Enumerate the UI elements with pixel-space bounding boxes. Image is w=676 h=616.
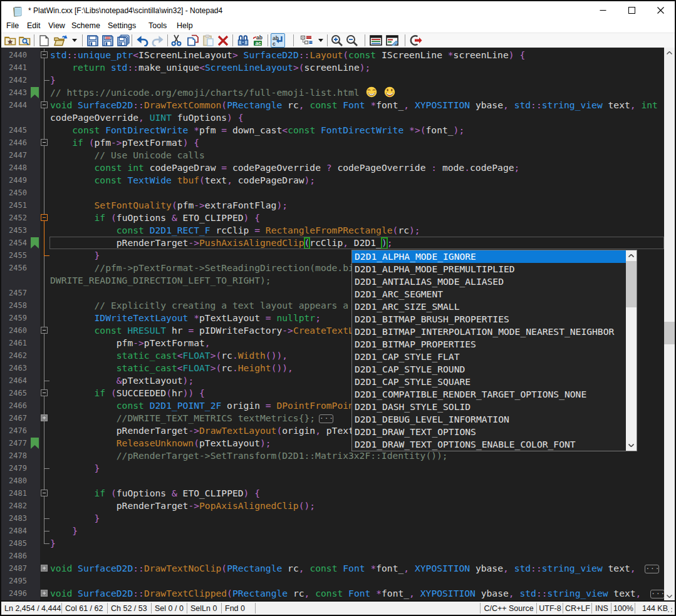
cut-button[interactable]	[169, 33, 184, 48]
code-line-2486[interactable]: 2486	[1, 550, 664, 562]
autocomplete-item[interactable]: D2D1_ARC_SIZE_SMALL	[352, 300, 626, 313]
bookmark-margin[interactable]	[30, 562, 40, 575]
autocomplete-item[interactable]: D2D1_BITMAP_INTERPOLATION_MODE_NEAREST_N…	[352, 326, 626, 338]
fold-margin[interactable]	[40, 224, 50, 237]
status-column-position[interactable]: Col 61 / 62	[62, 602, 108, 615]
fold-expand-icon[interactable]	[41, 414, 48, 421]
bookmark-margin[interactable]	[30, 262, 40, 274]
code-line-2483[interactable]: 2483 }	[1, 512, 664, 525]
bookmark-margin[interactable]	[30, 512, 40, 525]
bookmark-margin[interactable]	[30, 500, 40, 512]
bookmark-margin[interactable]	[30, 575, 40, 587]
fold-margin[interactable]	[40, 149, 50, 162]
code-line-2453[interactable]: 2453 const D2D1_RECT_F rcClip = Rectangl…	[1, 224, 664, 237]
autocomplete-item[interactable]: D2D1_CAP_STYLE_FLAT	[352, 351, 626, 363]
fold-margin[interactable]	[40, 449, 50, 462]
fold-margin[interactable]	[40, 487, 50, 500]
status-line-position[interactable]: Ln 2,454 / 4,444	[1, 602, 62, 615]
autocomplete-scroll-down-icon[interactable]	[626, 440, 637, 451]
folded-code-ellipsis[interactable]: ···	[319, 414, 333, 423]
fold-margin[interactable]	[40, 525, 50, 537]
fold-margin[interactable]	[40, 136, 50, 149]
fold-margin[interactable]	[40, 174, 50, 187]
code-line-2479[interactable]: 2479 }	[1, 462, 664, 475]
code-line-2448[interactable]: 2448 const int codePageDraw = codePageOv…	[1, 162, 664, 174]
code-line-2441[interactable]: 2441 return std::make_unique<ScreenLineL…	[1, 61, 664, 74]
bookmark-margin[interactable]	[30, 287, 40, 299]
status-line-ending[interactable]: CR+LF	[563, 602, 592, 615]
scroll-up-arrow-icon[interactable]	[664, 48, 675, 58]
bookmark-margin[interactable]	[30, 61, 40, 74]
fold-toggle-icon[interactable]	[41, 101, 48, 108]
bookmark-margin[interactable]	[30, 312, 40, 324]
fold-margin[interactable]	[40, 199, 50, 212]
bookmark-margin[interactable]	[30, 362, 40, 374]
code-line-2442[interactable]: 2442}	[1, 74, 664, 86]
fold-margin[interactable]	[40, 587, 50, 600]
editor-vscrollbar[interactable]	[664, 48, 675, 602]
open-file-dropdown-button[interactable]	[70, 33, 79, 48]
bookmark-margin[interactable]	[30, 399, 40, 412]
autocomplete-item[interactable]: D2D1_ALPHA_MODE_IGNORE	[352, 250, 626, 263]
fold-margin[interactable]	[40, 512, 50, 525]
autocomplete-item[interactable]: D2D1_DEBUG_LEVEL_INFORMATION	[352, 413, 626, 426]
menu-item-edit[interactable]: Edit	[27, 21, 41, 30]
save-copy-button[interactable]	[115, 33, 130, 48]
fold-margin[interactable]	[40, 299, 50, 312]
bookmark-margin[interactable]	[30, 74, 40, 86]
fold-margin[interactable]	[40, 312, 50, 324]
code-line-2480[interactable]: 2480	[1, 475, 664, 487]
fold-toggle-icon[interactable]	[41, 490, 48, 496]
fold-margin[interactable]	[40, 237, 50, 249]
bookmark-margin[interactable]	[30, 525, 40, 537]
redo-button[interactable]	[150, 33, 165, 48]
code-line-2478[interactable]: 2478 //pRenderTarget->SetTransform(D2D1:…	[1, 449, 664, 462]
code-line-2482[interactable]: 2482 pRenderTarget->PopAxisAlignedClip()…	[1, 500, 664, 512]
zoom-in-button[interactable]	[330, 33, 345, 48]
bookmark-margin[interactable]	[30, 324, 40, 337]
code-line-2495[interactable]: 2495	[1, 575, 664, 587]
bookmark-margin[interactable]	[30, 487, 40, 500]
menu-item-scheme[interactable]: Scheme	[71, 21, 100, 30]
fold-margin[interactable]	[40, 337, 50, 349]
replace-button[interactable]: ab ac	[251, 33, 265, 48]
bookmark-marker[interactable]	[30, 437, 40, 449]
scheme-config-button[interactable]	[297, 33, 316, 48]
bookmark-margin[interactable]	[30, 249, 40, 262]
bookmark-margin[interactable]	[30, 537, 40, 550]
bookmark-margin[interactable]	[30, 212, 40, 224]
view-scheme-button[interactable]	[368, 33, 383, 48]
fold-margin[interactable]	[40, 550, 50, 562]
fold-margin[interactable]	[40, 462, 50, 475]
autocomplete-item[interactable]: D2D1_ALPHA_MODE_PREMULTIPLIED	[352, 263, 626, 275]
status-selection[interactable]: Sel 0 / 0	[152, 602, 187, 615]
code-line-wrap[interactable]: codePageOverride, UINT fuOptions) {	[1, 111, 664, 124]
bookmark-marker[interactable]	[30, 237, 40, 249]
bookmark-margin[interactable]	[30, 462, 40, 475]
code-line-2485[interactable]: 2485}	[1, 537, 664, 550]
customize-scheme-button[interactable]	[385, 33, 400, 48]
fold-margin[interactable]	[40, 374, 50, 387]
autocomplete-scroll-up-icon[interactable]	[626, 250, 637, 261]
code-line-2484[interactable]: 2484 }	[1, 525, 664, 537]
undo-button[interactable]	[135, 33, 150, 48]
fold-margin[interactable]	[40, 187, 50, 199]
word-wrap-button[interactable]: ab c	[271, 33, 285, 48]
folded-code-ellipsis[interactable]: ···	[645, 565, 659, 573]
bookmark-margin[interactable]	[30, 187, 40, 199]
autocomplete-item[interactable]: D2D1_CAP_STYLE_SQUARE	[352, 376, 626, 388]
autocomplete-item[interactable]: D2D1_COMPATIBLE_RENDER_TARGET_OPTIONS_NO…	[352, 388, 626, 401]
fold-margin[interactable]	[40, 249, 50, 262]
code-line-2452[interactable]: 2452 if (fuOptions & ETO_CLIPPED) {	[1, 212, 664, 224]
bookmark-margin[interactable]	[30, 449, 40, 462]
fold-toggle-icon[interactable]	[41, 327, 48, 334]
favorites-button[interactable]	[3, 33, 18, 48]
fold-margin[interactable]	[40, 162, 50, 174]
fold-margin[interactable]	[40, 362, 50, 374]
bookmark-margin[interactable]	[30, 124, 40, 136]
status-zoom-level[interactable]: 100%	[611, 602, 635, 615]
fold-margin[interactable]	[40, 124, 50, 136]
bookmark-margin[interactable]	[30, 136, 40, 149]
new-file-button[interactable]	[37, 33, 51, 48]
fold-margin[interactable]	[40, 274, 50, 287]
